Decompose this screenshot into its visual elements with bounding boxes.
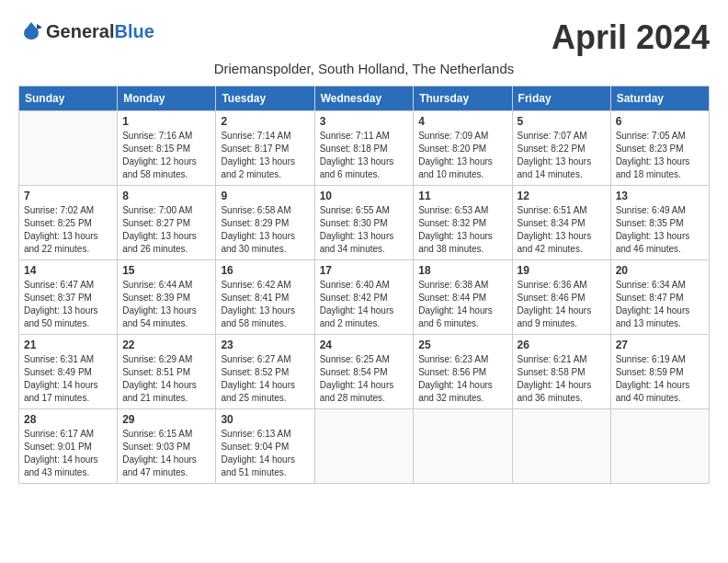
calendar-cell: 18Sunrise: 6:38 AM Sunset: 8:44 PM Dayli… <box>414 260 512 335</box>
calendar-cell: 6Sunrise: 7:05 AM Sunset: 8:23 PM Daylig… <box>610 111 709 186</box>
calendar-cell: 26Sunrise: 6:21 AM Sunset: 8:58 PM Dayli… <box>512 335 610 409</box>
day-number: 3 <box>320 115 409 128</box>
calendar-cell <box>314 409 414 484</box>
day-number: 7 <box>24 190 112 202</box>
logo-blue-text: Blue <box>114 21 154 42</box>
calendar-cell: 11Sunrise: 6:53 AM Sunset: 8:32 PM Dayli… <box>414 186 512 260</box>
calendar-cell: 16Sunrise: 6:42 AM Sunset: 8:41 PM Dayli… <box>216 260 314 335</box>
calendar-week-row: 7Sunrise: 7:02 AM Sunset: 8:25 PM Daylig… <box>19 186 710 260</box>
weekday-header-wednesday: Wednesday <box>314 86 414 111</box>
day-info: Sunrise: 7:00 AM Sunset: 8:27 PM Dayligh… <box>122 204 210 256</box>
calendar-cell: 19Sunrise: 6:36 AM Sunset: 8:46 PM Dayli… <box>512 260 610 335</box>
day-info: Sunrise: 6:27 AM Sunset: 8:52 PM Dayligh… <box>221 353 309 405</box>
day-number: 6 <box>616 115 704 128</box>
calendar-cell: 3Sunrise: 7:11 AM Sunset: 8:18 PM Daylig… <box>314 111 414 186</box>
calendar-week-row: 21Sunrise: 6:31 AM Sunset: 8:49 PM Dayli… <box>19 335 710 409</box>
day-info: Sunrise: 7:16 AM Sunset: 8:15 PM Dayligh… <box>122 130 210 181</box>
day-number: 27 <box>616 339 704 351</box>
logo-general-text: General <box>46 21 114 42</box>
day-info: Sunrise: 6:38 AM Sunset: 8:44 PM Dayligh… <box>418 279 506 330</box>
calendar-header-row: SundayMondayTuesdayWednesdayThursdayFrid… <box>19 86 710 111</box>
calendar-cell: 20Sunrise: 6:34 AM Sunset: 8:47 PM Dayli… <box>610 260 709 335</box>
calendar-cell: 29Sunrise: 6:15 AM Sunset: 9:03 PM Dayli… <box>118 409 216 484</box>
calendar-cell: 22Sunrise: 6:29 AM Sunset: 8:51 PM Dayli… <box>118 335 216 409</box>
day-info: Sunrise: 6:17 AM Sunset: 9:01 PM Dayligh… <box>24 428 112 479</box>
weekday-header-tuesday: Tuesday <box>216 86 314 111</box>
day-info: Sunrise: 6:19 AM Sunset: 8:59 PM Dayligh… <box>616 353 704 405</box>
day-number: 21 <box>24 339 112 351</box>
day-number: 1 <box>122 115 210 128</box>
day-number: 25 <box>418 339 506 351</box>
subtitle: Driemanspolder, South Holland, The Nethe… <box>18 61 710 76</box>
day-number: 12 <box>518 190 606 202</box>
day-info: Sunrise: 6:34 AM Sunset: 8:47 PM Dayligh… <box>616 279 704 330</box>
day-info: Sunrise: 6:47 AM Sunset: 8:37 PM Dayligh… <box>24 279 112 330</box>
day-number: 16 <box>221 264 309 277</box>
day-number: 4 <box>418 115 506 128</box>
day-number: 28 <box>24 413 112 426</box>
day-number: 18 <box>418 264 506 277</box>
calendar-cell: 9Sunrise: 6:58 AM Sunset: 8:29 PM Daylig… <box>216 186 314 260</box>
day-info: Sunrise: 6:29 AM Sunset: 8:51 PM Dayligh… <box>122 353 210 405</box>
weekday-header-thursday: Thursday <box>414 86 512 111</box>
day-info: Sunrise: 6:51 AM Sunset: 8:34 PM Dayligh… <box>518 204 606 256</box>
day-info: Sunrise: 7:02 AM Sunset: 8:25 PM Dayligh… <box>24 204 112 256</box>
calendar-cell: 17Sunrise: 6:40 AM Sunset: 8:42 PM Dayli… <box>314 260 414 335</box>
day-number: 17 <box>320 264 409 277</box>
calendar-cell: 28Sunrise: 6:17 AM Sunset: 9:01 PM Dayli… <box>19 409 118 484</box>
day-info: Sunrise: 6:23 AM Sunset: 8:56 PM Dayligh… <box>418 353 506 405</box>
calendar-cell: 23Sunrise: 6:27 AM Sunset: 8:52 PM Dayli… <box>216 335 314 409</box>
logo: GeneralBlue <box>18 18 154 44</box>
month-title: April 2024 <box>552 18 710 57</box>
calendar-cell: 4Sunrise: 7:09 AM Sunset: 8:20 PM Daylig… <box>414 111 512 186</box>
day-number: 11 <box>418 190 506 202</box>
svg-marker-2 <box>37 24 42 29</box>
calendar-cell: 5Sunrise: 7:07 AM Sunset: 8:22 PM Daylig… <box>512 111 610 186</box>
day-info: Sunrise: 6:42 AM Sunset: 8:41 PM Dayligh… <box>221 279 309 330</box>
calendar-cell: 24Sunrise: 6:25 AM Sunset: 8:54 PM Dayli… <box>314 335 414 409</box>
day-number: 5 <box>518 115 606 128</box>
day-number: 10 <box>320 190 409 202</box>
day-info: Sunrise: 6:25 AM Sunset: 8:54 PM Dayligh… <box>320 353 409 405</box>
calendar-week-row: 28Sunrise: 6:17 AM Sunset: 9:01 PM Dayli… <box>19 409 710 484</box>
day-info: Sunrise: 7:14 AM Sunset: 8:17 PM Dayligh… <box>221 130 309 181</box>
calendar-cell: 14Sunrise: 6:47 AM Sunset: 8:37 PM Dayli… <box>19 260 118 335</box>
calendar-cell: 12Sunrise: 6:51 AM Sunset: 8:34 PM Dayli… <box>512 186 610 260</box>
day-number: 24 <box>320 339 409 351</box>
day-info: Sunrise: 6:13 AM Sunset: 9:04 PM Dayligh… <box>221 428 309 479</box>
calendar-table: SundayMondayTuesdayWednesdayThursdayFrid… <box>18 86 710 484</box>
day-number: 30 <box>221 413 309 426</box>
day-number: 29 <box>122 413 210 426</box>
calendar-cell <box>512 409 610 484</box>
calendar-cell <box>610 409 709 484</box>
day-number: 19 <box>518 264 606 277</box>
day-info: Sunrise: 6:44 AM Sunset: 8:39 PM Dayligh… <box>122 279 210 330</box>
day-number: 14 <box>24 264 112 277</box>
day-info: Sunrise: 6:49 AM Sunset: 8:35 PM Dayligh… <box>616 204 704 256</box>
calendar-cell: 8Sunrise: 7:00 AM Sunset: 8:27 PM Daylig… <box>118 186 216 260</box>
day-number: 23 <box>221 339 309 351</box>
weekday-header-sunday: Sunday <box>19 86 118 111</box>
day-info: Sunrise: 7:11 AM Sunset: 8:18 PM Dayligh… <box>320 130 409 181</box>
day-info: Sunrise: 6:15 AM Sunset: 9:03 PM Dayligh… <box>122 428 210 479</box>
day-info: Sunrise: 6:31 AM Sunset: 8:49 PM Dayligh… <box>24 353 112 405</box>
calendar-cell <box>414 409 512 484</box>
calendar-cell: 25Sunrise: 6:23 AM Sunset: 8:56 PM Dayli… <box>414 335 512 409</box>
calendar-cell: 7Sunrise: 7:02 AM Sunset: 8:25 PM Daylig… <box>19 186 118 260</box>
calendar-cell: 10Sunrise: 6:55 AM Sunset: 8:30 PM Dayli… <box>314 186 414 260</box>
calendar-cell: 13Sunrise: 6:49 AM Sunset: 8:35 PM Dayli… <box>610 186 709 260</box>
day-number: 13 <box>616 190 704 202</box>
weekday-header-friday: Friday <box>512 86 610 111</box>
calendar-week-row: 1Sunrise: 7:16 AM Sunset: 8:15 PM Daylig… <box>19 111 710 186</box>
day-info: Sunrise: 7:07 AM Sunset: 8:22 PM Dayligh… <box>518 130 606 181</box>
day-info: Sunrise: 6:36 AM Sunset: 8:46 PM Dayligh… <box>518 279 606 330</box>
calendar-week-row: 14Sunrise: 6:47 AM Sunset: 8:37 PM Dayli… <box>19 260 710 335</box>
day-info: Sunrise: 7:05 AM Sunset: 8:23 PM Dayligh… <box>616 130 704 181</box>
calendar-cell: 2Sunrise: 7:14 AM Sunset: 8:17 PM Daylig… <box>216 111 314 186</box>
header: GeneralBlue April 2024 <box>18 18 710 57</box>
calendar-cell: 21Sunrise: 6:31 AM Sunset: 8:49 PM Dayli… <box>19 335 118 409</box>
calendar-cell: 30Sunrise: 6:13 AM Sunset: 9:04 PM Dayli… <box>216 409 314 484</box>
day-info: Sunrise: 6:55 AM Sunset: 8:30 PM Dayligh… <box>320 204 409 256</box>
day-number: 26 <box>518 339 606 351</box>
day-number: 15 <box>122 264 210 277</box>
